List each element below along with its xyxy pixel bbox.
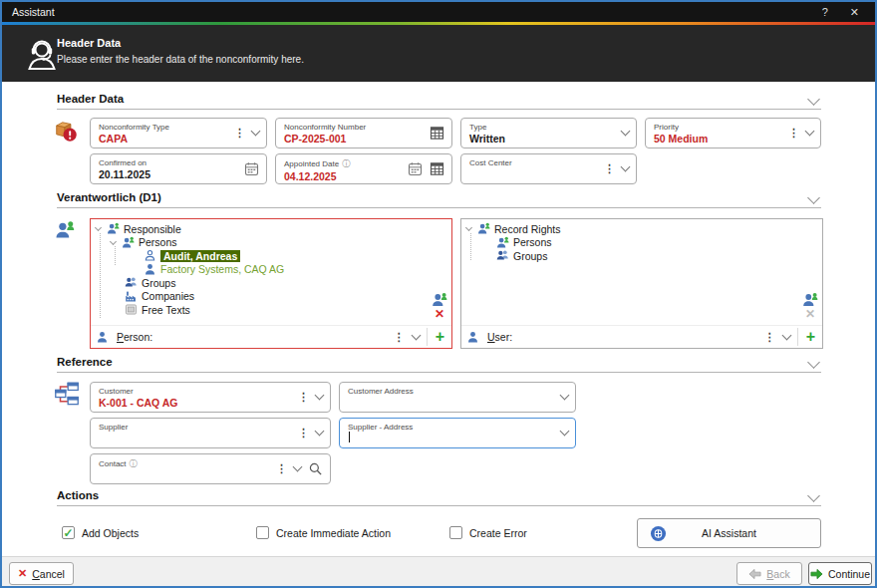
create-error-checkbox[interactable]: Create Error xyxy=(449,526,527,539)
continue-button[interactable]: Continue xyxy=(808,562,872,585)
confirmed-on-field[interactable]: Confirmed on 20.11.2025 xyxy=(90,153,267,184)
add-objects-checkbox[interactable]: ✓ Add Objects xyxy=(62,526,139,539)
chevron-down-icon[interactable] xyxy=(621,127,631,137)
calendar-icon[interactable] xyxy=(408,161,423,176)
field-label: Supplier - Address xyxy=(348,423,575,432)
nonconformity-number-field[interactable]: Nonconformity Number CP-2025-001 xyxy=(275,118,452,148)
tree-item-label-selected[interactable]: Audit, Andreas xyxy=(160,250,240,262)
tree-item-label[interactable]: Persons xyxy=(139,236,177,248)
customer-address-field[interactable]: Customer Address xyxy=(339,382,576,413)
chevron-down-icon[interactable] xyxy=(807,356,820,369)
calendar-icon[interactable] xyxy=(244,161,259,176)
checkbox-unchecked[interactable] xyxy=(449,526,462,539)
chevron-down-icon[interactable] xyxy=(560,391,570,401)
appointed-date-field[interactable]: Appointed Dateⓘ 04.12.2025 xyxy=(275,153,452,184)
tree-item-label[interactable]: Record Rights xyxy=(494,223,561,235)
tree-item-companies[interactable]: Companies xyxy=(91,290,451,304)
chevron-down-icon[interactable] xyxy=(621,162,631,172)
tree-item-groups[interactable]: Groups xyxy=(91,276,451,290)
chevron-down-icon[interactable] xyxy=(411,330,421,340)
tree-item-person-company[interactable]: Factory Systems, CAQ AG xyxy=(91,263,451,277)
check-icon: ✓ xyxy=(63,527,73,539)
add-plus-icon[interactable]: + xyxy=(427,328,446,346)
tree-item-label[interactable]: Responsible xyxy=(124,223,181,235)
section-title-actions: Actions xyxy=(57,489,99,501)
chevron-down-icon[interactable] xyxy=(807,489,820,502)
menu-dots-icon[interactable]: ⋮ xyxy=(234,128,245,139)
checkbox-unchecked[interactable] xyxy=(256,526,269,539)
person-input-label: Person: xyxy=(117,331,152,343)
chevron-down-icon[interactable] xyxy=(251,127,261,137)
create-immediate-action-checkbox[interactable]: Create Immediate Action xyxy=(256,526,391,539)
checkbox-label: Create Immediate Action xyxy=(276,527,391,539)
tree-item-persons[interactable]: Persons xyxy=(91,236,451,250)
tree-guide-line xyxy=(115,246,116,265)
chevron-down-icon[interactable] xyxy=(805,127,815,137)
customer-field[interactable]: Customer K-001 - CAQ AG ⋮ xyxy=(90,382,331,413)
tree-item-record-rights[interactable]: Record Rights xyxy=(461,222,822,236)
cancel-button[interactable]: ✕ Cancel xyxy=(9,562,74,585)
tree-item-label[interactable]: Companies xyxy=(142,290,194,302)
menu-dots-icon[interactable]: ⋮ xyxy=(298,428,309,439)
chevron-down-icon[interactable] xyxy=(781,330,791,340)
remove-icon-disabled: ✕ xyxy=(805,308,815,321)
chevron-down-icon[interactable] xyxy=(293,462,303,472)
type-field[interactable]: Type Written xyxy=(460,118,637,148)
tree-item-label[interactable]: Free Texts xyxy=(142,304,190,316)
person-input-row[interactable]: Person: ⋮ + xyxy=(91,325,451,348)
ai-assistant-button[interactable]: AI Assistant xyxy=(637,518,821,548)
add-person-icon[interactable] xyxy=(432,292,447,308)
tree-item-label[interactable]: Groups xyxy=(513,250,547,262)
supplier-field[interactable]: Supplier ⋮ xyxy=(90,418,331,448)
back-button[interactable]: Back xyxy=(736,562,802,585)
responsible-person-icon xyxy=(55,220,75,240)
checkbox-checked[interactable]: ✓ xyxy=(62,526,75,539)
cost-center-field[interactable]: Cost Center ⋮ xyxy=(460,153,637,184)
titlebar[interactable]: Assistant ? ✕ xyxy=(2,2,875,22)
tree-expand-icon[interactable] xyxy=(465,224,472,231)
person-green-icon xyxy=(496,236,509,249)
field-value: CP-2025-001 xyxy=(284,133,451,145)
menu-dots-icon[interactable]: ⋮ xyxy=(764,332,775,343)
chevron-down-icon[interactable] xyxy=(560,427,570,437)
tree-item-label[interactable]: Persons xyxy=(513,236,552,248)
chevron-down-icon[interactable] xyxy=(315,391,325,401)
help-button[interactable]: ? xyxy=(822,6,828,19)
person-icon xyxy=(466,331,479,344)
menu-dots-icon[interactable]: ⋮ xyxy=(276,463,287,474)
nonconformity-type-field[interactable]: Nonconformity Type CAPA ⋮ xyxy=(90,118,267,148)
number-table-icon[interactable] xyxy=(430,126,444,141)
tree-expand-icon[interactable] xyxy=(110,238,117,245)
supplier-address-field[interactable]: Supplier - Address xyxy=(339,418,576,448)
chevron-down-icon[interactable] xyxy=(315,427,325,437)
tree-item-person-selected[interactable]: Audit, Andreas xyxy=(91,249,451,263)
menu-dots-icon[interactable]: ⋮ xyxy=(604,163,615,174)
field-label: Confirmed on xyxy=(99,158,266,167)
tree-item-free-texts[interactable]: Free Texts xyxy=(91,303,451,317)
field-value: Written xyxy=(469,133,636,145)
tree-item-rights-groups[interactable]: Groups xyxy=(461,249,822,263)
chevron-down-icon[interactable] xyxy=(807,93,820,106)
contact-field[interactable]: Contactⓘ ⋮ xyxy=(90,453,331,484)
add-person-icon[interactable] xyxy=(802,292,818,308)
footer-bar: ✕ Cancel Back Continue xyxy=(2,556,875,586)
tree-item-rights-persons[interactable]: Persons xyxy=(461,236,822,250)
record-rights-panel[interactable]: Record Rights Persons Groups ✕ User: ⋮ + xyxy=(460,218,823,349)
search-icon[interactable] xyxy=(308,461,323,476)
priority-field[interactable]: Priority 50 Medium ⋮ xyxy=(645,118,821,148)
menu-dots-icon[interactable]: ⋮ xyxy=(788,128,799,139)
remove-icon[interactable]: ✕ xyxy=(435,308,444,321)
tree-item-responsible[interactable]: Responsible xyxy=(91,222,451,236)
user-input-row[interactable]: User: ⋮ + xyxy=(461,325,822,348)
close-button[interactable]: ✕ xyxy=(850,6,859,19)
tree-expand-icon[interactable] xyxy=(95,224,102,231)
tree-item-label[interactable]: Factory Systems, CAQ AG xyxy=(160,263,284,275)
responsible-tree-panel[interactable]: Responsible Persons Audit, Andreas Facto… xyxy=(90,218,452,349)
add-plus-icon[interactable]: + xyxy=(797,328,817,346)
chevron-down-icon[interactable] xyxy=(807,191,820,204)
tree-item-label[interactable]: Groups xyxy=(142,277,175,289)
section-title-responsible: Verantwortlich (D1) xyxy=(57,191,161,203)
menu-dots-icon[interactable]: ⋮ xyxy=(298,392,309,403)
menu-dots-icon[interactable]: ⋮ xyxy=(394,332,405,343)
date-table-icon[interactable] xyxy=(430,161,444,176)
